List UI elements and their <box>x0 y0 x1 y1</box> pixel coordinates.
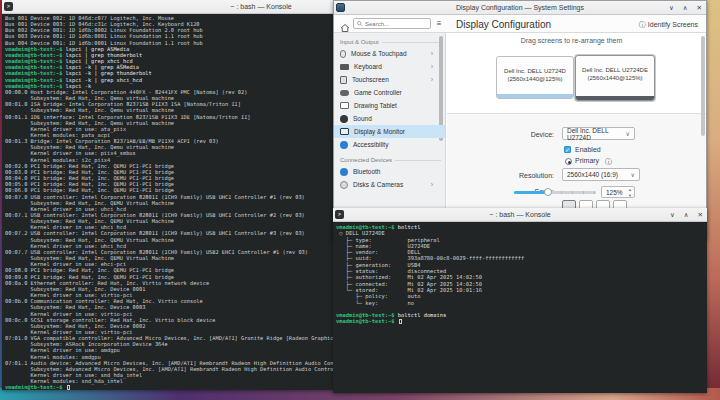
hamburger-menu-icon[interactable]: ≡ <box>434 18 444 29</box>
game-icon <box>340 90 349 96</box>
enabled-checkbox[interactable]: ✓ <box>564 146 571 153</box>
primary-label: Primary <box>575 157 599 164</box>
resolution-dropdown[interactable]: 2560x1440 (16:9) ∨ <box>562 168 640 181</box>
primary-radio[interactable] <box>565 158 572 165</box>
sidebar-item-label: Bluetooth <box>353 168 380 175</box>
close-button[interactable]: ✕ <box>697 4 702 12</box>
monitor-box-u2724d[interactable]: Dell Inc. DELL U2724D (2560x1440@125%) <box>496 56 574 99</box>
sidebar-item-mouse-touchpad[interactable]: Mouse & Touchpad› <box>334 47 445 60</box>
close-button[interactable]: ✕ <box>698 211 703 219</box>
device-dropdown[interactable]: Dell Inc. DELL U2724D ∨ <box>562 127 635 140</box>
chevron-right-icon: › <box>431 76 433 83</box>
bottom-terminal-screen[interactable]: vmadmin@tb-test:~$ boltctl ○ DELL U2724D… <box>333 222 707 393</box>
maximize-button[interactable]: ∧ <box>683 4 688 12</box>
system-settings-icon <box>336 3 345 12</box>
system-settings-window: Display Configuration — System Settings … <box>333 0 707 240</box>
chevron-down-icon: ∨ <box>631 171 635 178</box>
sidebar-item-label: Drawing Tablet <box>354 102 397 109</box>
page-title: Display Configuration <box>456 19 551 30</box>
sidebar-item-touchscreen[interactable]: Touchscreen› <box>334 73 445 86</box>
minimize-button[interactable]: ∨ <box>669 4 674 12</box>
maximize-button[interactable]: ∧ <box>684 211 689 219</box>
terminal-cursor <box>67 385 70 390</box>
sound-icon <box>340 115 348 123</box>
keyboard-icon <box>340 64 349 70</box>
identify-screens-button[interactable]: ⓘ Identify Screens <box>639 19 698 30</box>
drag-hint: Drag screens to re-arrange them <box>447 37 696 44</box>
scale-spinbox[interactable]: 125% ▲▼ <box>601 186 635 198</box>
spinbox-arrows-icon[interactable]: ▲▼ <box>628 187 632 198</box>
device-label: Device: <box>494 131 554 138</box>
settings-header: ≡ Display Configuration ⓘ Identify Scree… <box>334 15 706 33</box>
terminal-line: vmadmin@tb-test:~$ <box>336 318 707 324</box>
sidebar-section-header: Connected Devices <box>340 157 441 163</box>
resolution-label: Resolution: <box>494 172 554 179</box>
sidebar-item-label: Sound <box>353 115 372 122</box>
sidebar-item-label: Game Controller <box>354 89 402 96</box>
settings-titlebar[interactable]: Display Configuration — System Settings … <box>334 1 706 15</box>
sidebar-item-accessibility[interactable]: Accessibility <box>334 138 445 151</box>
chevron-right-icon: › <box>431 50 433 57</box>
enabled-label: Enabled <box>575 146 601 153</box>
window-title: ~ : bash — Konsole <box>333 211 707 218</box>
display-icon <box>340 128 349 135</box>
konsole-icon: > <box>335 210 344 219</box>
bottom-terminal-window: > ~ : bash — Konsole ∨ ∧ ✕ vmadmin@tb-te… <box>333 208 707 393</box>
search-input[interactable] <box>365 21 425 27</box>
content-scrollbar[interactable] <box>701 36 705 136</box>
monitor-accent-bar <box>576 96 654 100</box>
sidebar-item-label: Mouse & Touchpad <box>351 50 407 57</box>
mouse-icon <box>340 50 346 58</box>
monitor-accent-bar <box>497 94 573 98</box>
sidebar-section-header: Input & Output <box>340 39 441 45</box>
sidebar-item-drawing-tablet[interactable]: Drawing Tablet <box>334 99 445 112</box>
bottom-terminal-titlebar[interactable]: > ~ : bash — Konsole ∨ ∧ ✕ <box>333 208 707 222</box>
disk-icon <box>340 181 348 189</box>
chevron-down-icon: ∨ <box>626 130 630 137</box>
konsole-icon: > <box>4 2 13 11</box>
bt-icon <box>340 168 348 176</box>
scale-slider-thumb[interactable] <box>544 188 552 196</box>
tablet-icon <box>340 102 349 109</box>
sidebar-item-game-controller[interactable]: Game Controller <box>334 86 445 99</box>
chevron-right-icon: › <box>431 181 433 188</box>
search-icon <box>357 21 363 27</box>
sidebar-item-display-monitor[interactable]: Display & Monitor <box>334 125 445 138</box>
chevron-right-icon: › <box>431 63 433 70</box>
sidebar-item-label: Touchscreen <box>352 76 389 83</box>
sidebar-item-disks-cameras[interactable]: Disks & Cameras› <box>334 178 445 191</box>
sidebar-item-keyboard[interactable]: Keyboard› <box>334 60 445 73</box>
sidebar-item-label: Disks & Cameras <box>353 181 403 188</box>
minimize-button[interactable]: ∨ <box>670 211 675 219</box>
sidebar-item-label: Accessibility <box>353 141 388 148</box>
info-icon[interactable]: ⓘ <box>605 157 612 167</box>
sidebar-item-label: Keyboard <box>354 63 382 70</box>
terminal-cursor <box>399 319 402 324</box>
window-title: Display Configuration — System Settings <box>334 4 706 11</box>
info-icon: ⓘ <box>639 20 646 30</box>
access-icon <box>340 141 348 149</box>
sidebar-item-bluetooth[interactable]: Bluetooth <box>334 165 445 178</box>
monitor-box-u2724de[interactable]: Dell Inc. DELL U2724DE (2560x1440@125%) <box>575 55 655 101</box>
touch-icon <box>340 76 347 84</box>
sidebar-item-sound[interactable]: Sound <box>334 112 445 125</box>
sidebar-item-label: Display & Monitor <box>354 128 405 135</box>
search-box[interactable] <box>353 18 431 29</box>
home-icon[interactable] <box>340 19 350 29</box>
